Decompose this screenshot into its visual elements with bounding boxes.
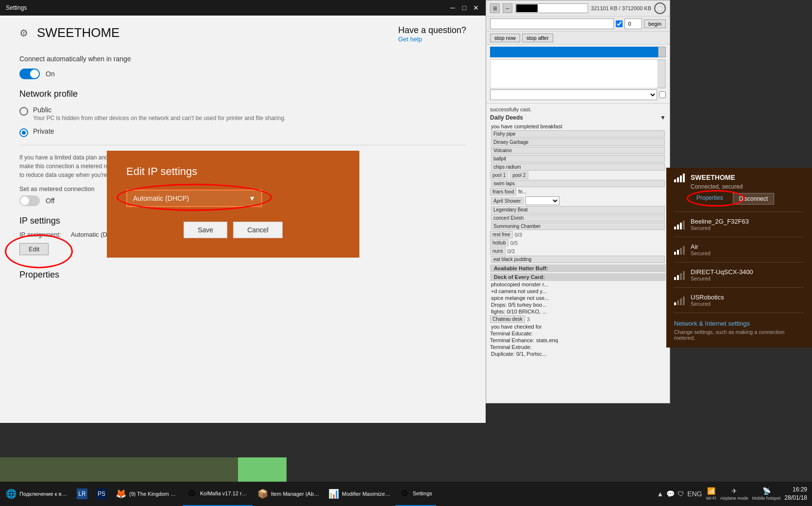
hotspot-taskbar-section[interactable]: 📡 Mobile hotspot [752,487,781,501]
km-progress-bar [515,3,588,13]
km-item-summoning[interactable]: Summoning Chamber [490,222,666,230]
km-item-concert[interactable]: concert Elvish [490,214,666,222]
april-dropdown[interactable] [525,196,559,205]
km-item-eat[interactable]: eat black pudding [490,255,666,263]
connect-toggle[interactable] [19,69,40,79]
wifi-air[interactable]: Air Secured [666,239,812,260]
km-item-dinsey[interactable]: Dinsey Garbage [490,138,666,146]
hottub-badge[interactable]: hottub [490,239,508,246]
radio-private[interactable]: Private [19,127,466,137]
wifi-usrobotics[interactable]: USRobotics Secured [666,290,812,311]
pool2-badge[interactable]: pool 2 [510,172,528,179]
kolmafia-panel: ☰ ─ 321101 KB / 3712000 KB 🕐 begin stop … [486,0,670,403]
taskbar-item-settings[interactable]: ⚙ Settings [395,482,436,506]
km-duplicate: Duplicate: 0/1, Portsc... [490,350,666,357]
km-icon-btn-1[interactable]: ☰ [490,3,500,13]
systray-chat-icon[interactable]: 💬 [666,490,675,498]
dropdown-wrapper: Automatic (DHCP) ▼ [126,190,340,207]
wifi-bar-2 [677,177,679,182]
radio-private-label: Private [33,127,54,135]
km-item-swim[interactable]: swim laps [490,179,666,188]
km-stop-after-btn[interactable]: stop after [522,34,553,42]
km-stats-enq: stats.enq [536,337,558,343]
minimize-button[interactable]: ─ [449,4,457,12]
metered-toggle[interactable] [19,195,40,206]
airplane-taskbar-section[interactable]: ✈ Airplane mode [720,487,748,501]
km-daily-section: Daily Deeds ▼ you have completed breakfa… [486,113,670,403]
km-daily-title: Daily Deeds [490,114,523,121]
km-item-legendary[interactable]: Legendary Beat [490,206,666,214]
taskbar-item-item-manager[interactable]: 📦 Item Manager (Abb... [254,482,323,506]
titlebar-title: Settings [6,4,27,11]
toggle-row: On [19,69,466,79]
taskbar-item-ps[interactable]: PS [92,482,111,506]
km-daily-header[interactable]: Daily Deeds ▼ [486,113,670,122]
wifi-disconnect-btn[interactable]: Disconnect [733,193,774,205]
systray-antivirus-icon[interactable]: 🛡 [677,490,684,498]
get-help-link[interactable]: Get help [398,35,466,43]
beeline-signal-icon [674,220,686,229]
close-button[interactable]: ✕ [472,4,480,12]
km-stop-now-btn[interactable]: stop now [490,34,520,42]
km-item-ballpit[interactable]: ballpit [490,155,666,163]
radio-public[interactable]: Public Your PC is hidden from other devi… [19,106,466,122]
km-dropdown[interactable] [490,89,657,100]
wifi-settings-link[interactable]: Network & Internet settings [674,320,804,327]
modifier-icon: 📊 [328,489,339,499]
wifi-signal-icon [674,173,686,182]
km-small-checkbox[interactable] [659,91,666,98]
km-scrollbar[interactable] [658,47,666,57]
km-clock-icon[interactable]: 🕐 [654,2,666,14]
taskbar-item-kolmafia[interactable]: ⚙ KolMafia v17.12 r1... [183,482,253,506]
km-text-scrollbar[interactable] [658,60,665,88]
ps-icon: PS [96,489,107,499]
divider-1 [19,145,466,145]
ip-mode-dropdown[interactable]: Automatic (DHCP) ▼ [126,190,262,207]
km-number-input[interactable] [625,18,642,29]
km-begin-btn[interactable]: begin [644,19,666,28]
nuns-count: 0/3 [508,248,515,254]
nuns-badge[interactable]: nuns [490,247,506,255]
dialog-buttons: Save Cancel [126,222,340,238]
network-icon: 🌐 [6,489,17,499]
km-item-volcaino[interactable]: Volcaino [490,146,666,155]
wifi-properties-link[interactable]: Properties [691,192,729,203]
edit-button[interactable]: Edit [19,243,49,255]
april-shower-badge[interactable]: April Shower [491,197,524,205]
km-item-chips[interactable]: chips radium [490,163,666,171]
pool1-badge[interactable]: pool 1 [490,172,508,179]
save-button[interactable]: Save [184,222,227,238]
ip-assignment-label: IP assignment: [19,231,61,238]
km-icon-btn-2[interactable]: ─ [503,3,512,13]
km-item-fishy[interactable]: Fishy pipe [490,130,666,138]
wifi-direct[interactable]: DIRECT-UqSCX-3400 Secured [666,264,812,285]
chips-radium-badge: chips radium [491,163,665,171]
maximize-button[interactable]: □ [460,4,468,12]
km-terminal-extrude-label: Terminal Extrude: [490,344,532,350]
taskbar-item-lr[interactable]: LR [73,482,91,506]
chateau-count: 3 [527,316,530,322]
rest-free-badge[interactable]: rest free [490,231,513,238]
wifi-actions: Properties Disconnect [691,193,804,205]
chateau-badge[interactable]: Chateau desk [490,315,525,323]
air-status: Secured [691,250,710,256]
wifi-taskbar-label: Wi-Fi [706,496,716,501]
taskbar-item-network[interactable]: 🌐 Подключение к ви... [2,482,72,506]
km-command-input[interactable] [490,18,614,29]
wifi-taskbar-section[interactable]: 📶 Wi-Fi [706,487,716,501]
systray-lang-icon[interactable]: ENG [687,490,702,498]
friars-badge[interactable]: friars food [490,188,516,195]
edit-ip-dialog: Edit IP settings Automatic (DHCP) ▼ Save… [107,151,359,258]
taskbar-kolmafia-label: KolMafia v17.12 r1... [200,490,249,496]
systray-up-icon[interactable]: ▲ [657,490,663,498]
km-terminal-educate-row: Terminal Educate: [490,330,666,337]
km-checkbox[interactable] [616,20,623,27]
clock-time: 16:29 [784,486,807,494]
wifi-divider-4 [674,287,804,288]
taskbar-item-browser[interactable]: 🦊 (9) The Kingdom of... [112,482,182,506]
cancel-button[interactable]: Cancel [233,222,283,238]
network-profile-section: Network profile Public Your PC is hidden… [19,89,466,137]
wifi-beeline[interactable]: Beeline_2G_F32F63 Secured [666,214,812,235]
help-section: Have a question? Get help [398,25,466,43]
taskbar-item-modifier[interactable]: 📊 Modifier Maximizer... [324,482,394,506]
